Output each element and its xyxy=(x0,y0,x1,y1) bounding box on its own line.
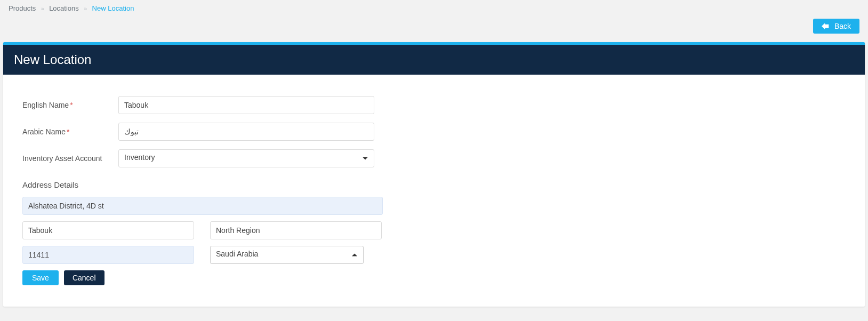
back-button[interactable]: 🡄 Back xyxy=(813,19,859,34)
address-city-input[interactable] xyxy=(22,221,194,239)
breadcrumb-products[interactable]: Products xyxy=(9,4,36,12)
breadcrumb-sep-icon: » xyxy=(41,6,44,12)
inventory-account-label: Inventory Asset Account xyxy=(22,154,118,163)
english-name-label: English Name* xyxy=(22,101,118,109)
breadcrumb: Products » Locations » New Location xyxy=(0,0,868,14)
required-mark-icon: * xyxy=(70,101,73,109)
back-button-label: Back xyxy=(834,22,851,30)
new-location-card: New Location English Name* Arabic Name* … xyxy=(3,42,865,307)
inventory-account-select[interactable]: Inventory xyxy=(118,149,374,167)
save-button[interactable]: Save xyxy=(22,270,59,285)
card-title: New Location xyxy=(3,45,865,75)
arrow-left-icon: 🡄 xyxy=(822,22,829,30)
inventory-account-selected: Inventory xyxy=(118,149,374,167)
breadcrumb-current: New Location xyxy=(92,4,134,12)
arabic-name-input[interactable] xyxy=(118,123,374,141)
required-mark-icon: * xyxy=(67,127,69,136)
arabic-name-label: Arabic Name* xyxy=(22,127,118,136)
address-region-input[interactable] xyxy=(210,221,382,239)
address-section-title: Address Details xyxy=(22,180,846,189)
address-country-select[interactable]: Saudi Arabia xyxy=(210,246,364,264)
address-postal-input[interactable] xyxy=(22,246,194,264)
breadcrumb-locations[interactable]: Locations xyxy=(49,4,79,12)
breadcrumb-sep-icon: » xyxy=(84,6,87,12)
english-name-input[interactable] xyxy=(118,96,374,114)
address-street-input[interactable] xyxy=(22,197,383,215)
cancel-button[interactable]: Cancel xyxy=(64,270,105,285)
address-country-selected: Saudi Arabia xyxy=(210,246,364,264)
